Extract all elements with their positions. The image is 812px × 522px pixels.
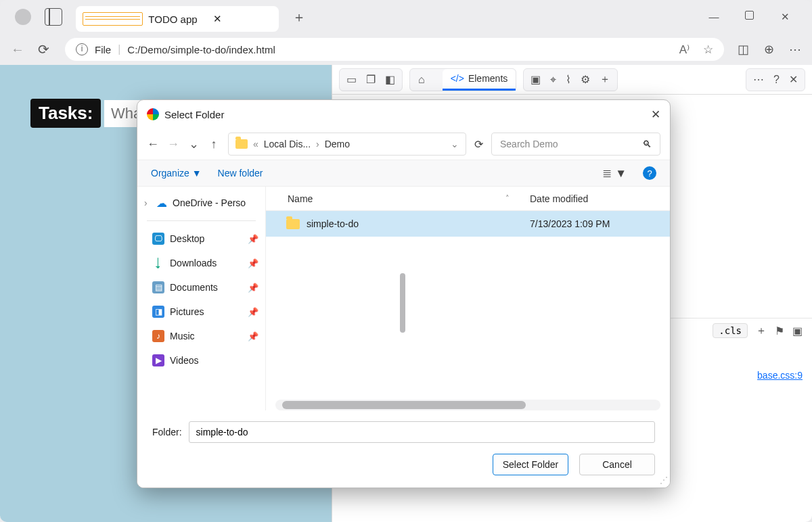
- maximize-button[interactable]: [745, 11, 754, 20]
- pin-icon: 📌: [248, 331, 258, 341]
- new-folder-button[interactable]: New folder: [218, 168, 263, 179]
- tree-downloads[interactable]: ⭣Downloads📌: [137, 251, 265, 275]
- address-bar[interactable]: i File | C:/Demo/simple-to-do/index.html…: [65, 38, 724, 61]
- search-icon: 🔍︎: [642, 139, 652, 149]
- back-button[interactable]: ←: [11, 42, 24, 57]
- flex-icon[interactable]: ⚑: [775, 325, 784, 337]
- tree-documents[interactable]: ▤Documents📌: [137, 275, 265, 300]
- cancel-button[interactable]: Cancel: [579, 454, 655, 475]
- pin-icon: 📌: [248, 283, 258, 293]
- dock-icon[interactable]: ◧: [385, 73, 395, 86]
- videos-icon: ▶: [152, 354, 164, 366]
- help-icon[interactable]: ?: [773, 74, 780, 86]
- download-icon: ⭣: [152, 257, 164, 269]
- cloud-icon: ☁: [156, 197, 167, 210]
- chevron-down-icon[interactable]: ⌄: [451, 139, 459, 149]
- cls-toggle[interactable]: .cls: [713, 323, 748, 338]
- nav-recent-icon[interactable]: ⌄: [187, 137, 200, 151]
- refresh-button[interactable]: ⟳: [38, 41, 51, 57]
- horizontal-scrollbar[interactable]: [275, 400, 660, 410]
- devtools-close-icon[interactable]: ✕: [789, 73, 798, 86]
- issues-icon[interactable]: ⌖: [550, 74, 556, 86]
- inspect-icon[interactable]: ▭: [346, 73, 357, 86]
- stylesheet-link[interactable]: base.css:9: [757, 370, 803, 381]
- dialog-close-icon[interactable]: ✕: [651, 108, 660, 122]
- home-icon: ⌂: [418, 74, 425, 86]
- network-conditions-icon[interactable]: ⌇: [566, 73, 571, 86]
- crumb-refresh-icon[interactable]: ⟳: [474, 138, 483, 151]
- profile-avatar[interactable]: [15, 9, 31, 25]
- app-icon: [147, 108, 159, 120]
- help-badge-icon[interactable]: ?: [643, 166, 656, 180]
- close-tab-icon[interactable]: ✕: [213, 13, 272, 25]
- devtools-toolbar: ▭ ❐ ◧ ⌂ </>Elements ▣ ⌖ ⌇ ⚙ ＋ ⋯ ? ✕: [332, 65, 812, 95]
- nav-tree: ›☁OneDrive - Perso 🖵Desktop📌 ⭣Downloads📌…: [137, 187, 266, 410]
- crumb-folder[interactable]: Demo: [325, 139, 350, 149]
- list-item[interactable]: simple-to-do 7/13/2023 1:09 PM: [266, 211, 670, 237]
- new-tab-button[interactable]: ＋: [292, 8, 306, 26]
- url-scheme: File: [95, 44, 111, 55]
- more-tabs-icon[interactable]: ＋: [600, 72, 610, 87]
- nav-back-icon[interactable]: ←: [147, 137, 159, 151]
- sort-indicator-icon: ˄: [505, 194, 510, 203]
- breadcrumb[interactable]: « Local Dis... › Demo ⌄: [228, 133, 466, 156]
- window-titlebar: TODO app ✕ ＋ ― ✕: [0, 0, 812, 34]
- nav-forward-icon[interactable]: →: [167, 137, 179, 151]
- collections-icon[interactable]: ⊕: [764, 42, 774, 57]
- browser-tab[interactable]: TODO app ✕: [76, 6, 279, 32]
- desktop-icon: 🖵: [152, 233, 164, 245]
- folder-icon: [235, 139, 248, 149]
- dialog-title: Select Folder: [164, 109, 224, 120]
- box-model-icon[interactable]: ▣: [792, 325, 803, 337]
- folder-name-input[interactable]: [189, 421, 655, 443]
- read-aloud-icon[interactable]: A⁾: [679, 43, 690, 57]
- device-emulation-icon[interactable]: ❐: [366, 73, 376, 86]
- more-menu-icon[interactable]: ⋯: [789, 42, 801, 57]
- window-controls: ― ✕: [707, 11, 812, 23]
- close-window-button[interactable]: ✕: [778, 11, 792, 23]
- folder-input-label: Folder:: [152, 427, 182, 437]
- page-icon: [83, 12, 143, 26]
- welcome-tab[interactable]: ⌂: [410, 69, 433, 91]
- pictures-icon: ◨: [152, 306, 164, 318]
- tree-videos[interactable]: ▶Videos: [137, 348, 265, 373]
- select-folder-dialog: Select Folder ✕ ← → ⌄ ↑ « Local Dis... ›…: [137, 99, 671, 488]
- tree-desktop[interactable]: 🖵Desktop📌: [137, 227, 265, 251]
- devtools-more-icon[interactable]: ⋯: [753, 73, 764, 86]
- nav-up-icon[interactable]: ↑: [208, 137, 220, 151]
- tree-onedrive[interactable]: ›☁OneDrive - Perso: [137, 191, 265, 215]
- favorite-icon[interactable]: ☆: [703, 43, 713, 57]
- pin-icon: 📌: [248, 234, 258, 244]
- minimize-button[interactable]: ―: [707, 11, 721, 23]
- tab-title: TODO app: [148, 14, 207, 25]
- address-bar-row: ← ⟳ i File | C:/Demo/simple-to-do/index.…: [0, 34, 812, 65]
- settings-gear-icon[interactable]: ⚙: [581, 73, 590, 86]
- new-style-rule-icon[interactable]: ＋: [756, 324, 767, 338]
- site-info-icon[interactable]: i: [76, 43, 88, 55]
- organize-menu[interactable]: Organize ▼: [151, 168, 202, 179]
- list-header[interactable]: Name˄ Date modified: [266, 187, 670, 211]
- crumb-disk[interactable]: Local Dis...: [264, 139, 311, 149]
- folder-search-input[interactable]: Search Demo 🔍︎: [491, 133, 660, 156]
- split-screen-icon[interactable]: ◫: [738, 42, 749, 57]
- tree-pictures[interactable]: ◨Pictures📌: [137, 300, 265, 324]
- pin-icon: 📌: [248, 258, 258, 268]
- view-options-icon[interactable]: ≣ ▼: [602, 166, 627, 181]
- tree-scrollbar[interactable]: [400, 273, 405, 333]
- pin-icon: 📌: [248, 307, 258, 317]
- console-icon[interactable]: ▣: [531, 73, 541, 86]
- tab-actions-icon[interactable]: [45, 8, 62, 26]
- music-icon: ♪: [152, 330, 164, 342]
- tree-music[interactable]: ♪Music📌: [137, 324, 265, 348]
- resize-grip-icon[interactable]: ⋰: [660, 475, 666, 485]
- folder-icon: [286, 219, 300, 229]
- document-icon: ▤: [152, 281, 164, 293]
- select-folder-button[interactable]: Select Folder: [493, 454, 568, 475]
- elements-tab[interactable]: </>Elements: [443, 69, 516, 91]
- page-heading: Tasks:: [30, 99, 101, 128]
- url-text: C:/Demo/simple-to-do/index.html: [127, 44, 275, 55]
